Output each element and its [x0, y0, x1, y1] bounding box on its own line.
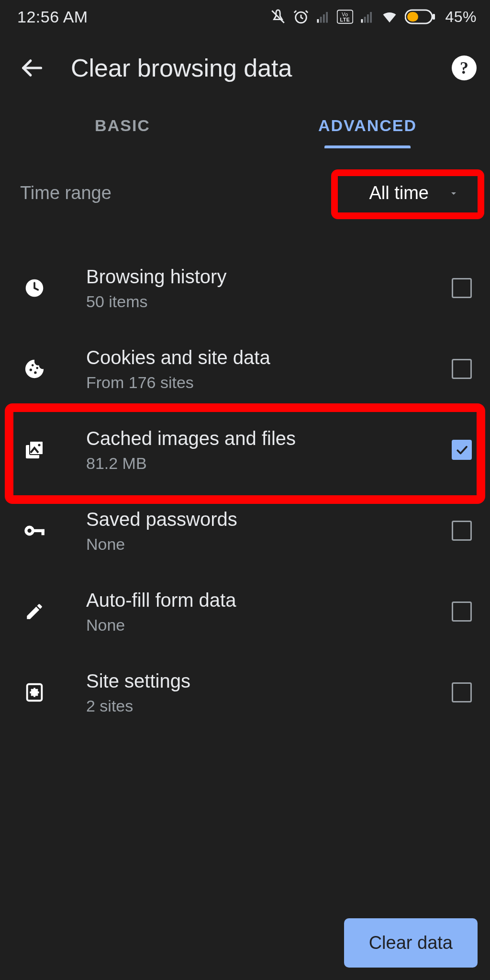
clear-data-button[interactable]: Clear data: [344, 918, 478, 968]
svg-rect-2: [317, 19, 319, 23]
signal-2-icon: [360, 10, 374, 24]
wifi-icon: [381, 8, 398, 25]
checkbox-cache[interactable]: [452, 440, 472, 460]
checkbox-site-settings[interactable]: [452, 682, 472, 702]
svg-rect-28: [42, 529, 45, 535]
item-autofill[interactable]: Auto-fill form data None: [0, 571, 490, 652]
item-sub: 50 items: [86, 292, 452, 311]
svg-rect-9: [361, 19, 363, 23]
svg-rect-3: [320, 17, 322, 23]
mute-icon: [270, 9, 286, 25]
svg-point-24: [38, 444, 40, 446]
item-sub: 2 sites: [86, 697, 452, 715]
tab-advanced-label: ADVANCED: [318, 116, 417, 135]
item-passwords[interactable]: Saved passwords None: [0, 490, 490, 571]
clock-icon: [20, 278, 49, 299]
svg-point-26: [27, 528, 31, 532]
time-range-row: Time range All time: [0, 148, 490, 238]
svg-rect-10: [364, 17, 366, 23]
time-range-value: All time: [369, 183, 429, 203]
volte-icon: Vo LTE: [337, 10, 353, 24]
svg-point-21: [36, 367, 38, 369]
item-sub: 81.2 MB: [86, 454, 452, 473]
svg-line-0: [272, 11, 285, 23]
tab-basic-label: BASIC: [95, 116, 150, 135]
checkbox-autofill[interactable]: [452, 601, 472, 622]
item-title: Site settings: [86, 669, 452, 693]
time-range-label: Time range: [20, 183, 111, 203]
signal-1-icon: [316, 10, 330, 24]
options-list: Browsing history 50 items Cookies and si…: [0, 238, 490, 733]
status-bar: 12:56 AM: [0, 0, 490, 33]
item-title: Auto-fill form data: [86, 588, 452, 612]
item-sub: None: [86, 616, 452, 635]
svg-rect-5: [326, 12, 328, 23]
image-stack-icon: [20, 438, 49, 461]
svg-rect-12: [370, 12, 372, 23]
pencil-icon: [20, 601, 49, 622]
help-icon: ?: [460, 58, 468, 78]
svg-text:LTE: LTE: [340, 17, 350, 22]
checkbox-history[interactable]: [452, 278, 472, 298]
item-title: Cached images and files: [86, 426, 452, 450]
back-button[interactable]: [16, 53, 47, 83]
cookie-icon: [20, 358, 49, 380]
page-gear-icon: [20, 681, 49, 703]
status-time: 12:56 AM: [17, 8, 88, 26]
key-icon: [20, 519, 49, 543]
clear-data-label: Clear data: [369, 933, 453, 953]
battery-icon: [405, 9, 436, 25]
status-right: Vo LTE: [270, 8, 477, 26]
item-cache[interactable]: Cached images and files 81.2 MB: [0, 409, 490, 490]
item-site-settings[interactable]: Site settings 2 sites: [0, 652, 490, 733]
svg-point-18: [30, 368, 32, 371]
svg-rect-4: [323, 14, 325, 23]
svg-rect-15: [407, 12, 418, 22]
item-title: Cookies and site data: [86, 345, 452, 369]
svg-point-20: [32, 364, 34, 367]
tab-basic[interactable]: BASIC: [0, 102, 245, 148]
battery-text: 45%: [445, 8, 477, 26]
chevron-down-icon: [448, 188, 459, 199]
checkbox-cookies[interactable]: [452, 359, 472, 379]
item-sub: None: [86, 535, 452, 554]
svg-rect-11: [367, 14, 369, 23]
page-title: Clear browsing data: [71, 54, 452, 82]
svg-text:Vo: Vo: [342, 12, 349, 17]
time-range-select[interactable]: All time: [352, 171, 477, 215]
item-title: Saved passwords: [86, 507, 452, 531]
tabs: BASIC ADVANCED: [0, 102, 490, 148]
item-browsing-history[interactable]: Browsing history 50 items: [0, 247, 490, 328]
item-sub: From 176 sites: [86, 373, 452, 392]
alarm-icon: [293, 9, 309, 25]
item-cookies[interactable]: Cookies and site data From 176 sites: [0, 328, 490, 409]
app-bar: Clear browsing data ?: [0, 33, 490, 102]
tab-advanced[interactable]: ADVANCED: [245, 102, 490, 148]
svg-point-19: [34, 371, 36, 373]
checkbox-passwords[interactable]: [452, 521, 472, 541]
arrow-left-icon: [19, 56, 44, 80]
help-button[interactable]: ?: [452, 56, 477, 80]
svg-rect-14: [433, 14, 435, 20]
item-title: Browsing history: [86, 265, 452, 289]
